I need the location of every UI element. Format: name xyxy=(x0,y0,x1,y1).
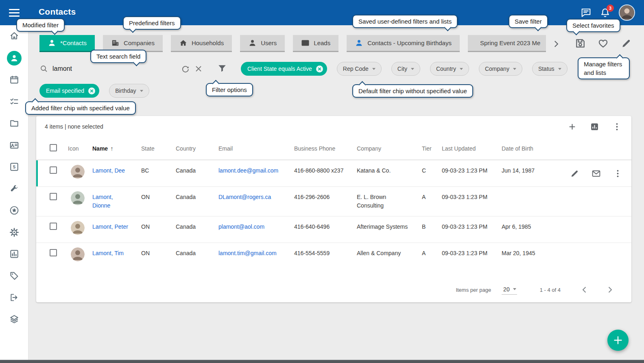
contact-email-link[interactable]: lamont.dee@gmail.com xyxy=(218,167,278,174)
tab-label: Households xyxy=(192,39,224,46)
sidebar-item-contacts-active[interactable] xyxy=(7,51,22,66)
column-header-phone[interactable]: Business Phone xyxy=(294,145,357,152)
column-header-tier[interactable]: Tier xyxy=(422,145,442,152)
previous-page-icon[interactable] xyxy=(580,285,589,294)
add-contact-fab[interactable] xyxy=(607,330,629,351)
notifications-bell-icon[interactable]: 3 xyxy=(600,7,611,18)
manage-filters-pencil-icon[interactable] xyxy=(621,38,632,49)
tab-saved-spring-event[interactable]: Spring Event 2023 Me xyxy=(468,35,546,52)
chip-label: City xyxy=(397,66,407,72)
contact-email-link[interactable]: lamont.tim@gmail.com xyxy=(218,250,277,256)
column-header-company[interactable]: Company xyxy=(357,145,422,152)
contact-avatar xyxy=(71,165,85,179)
chip-country[interactable]: Country xyxy=(430,62,469,76)
callout-saved-filters: Saved user-defined filters and lists xyxy=(352,15,458,28)
cell-country: Canada xyxy=(176,166,218,175)
contact-email-link[interactable]: DLamont@rogers.ca xyxy=(218,194,271,200)
edit-pencil-icon[interactable] xyxy=(570,169,579,178)
column-header-icon[interactable]: Icon xyxy=(68,145,92,152)
menu-icon[interactable] xyxy=(9,9,20,17)
table-row[interactable]: Lamont, Dionne ON Canada DLamont@rogers.… xyxy=(36,186,631,216)
sidebar-item-home[interactable] xyxy=(9,31,19,41)
search-input[interactable] xyxy=(52,65,177,72)
search-icon xyxy=(39,64,48,73)
chip-city[interactable]: City xyxy=(391,62,420,76)
person-icon xyxy=(355,39,363,47)
contact-name-link[interactable]: Lamont, Dionne xyxy=(92,194,113,209)
user-avatar[interactable] xyxy=(619,4,635,21)
clear-search-icon[interactable] xyxy=(194,64,203,73)
cell-company: E. L. Brown Consulting xyxy=(357,193,422,210)
sidebar-item-tags[interactable] xyxy=(9,271,19,281)
buildings-icon xyxy=(111,39,120,47)
tab-saved-upcoming-birthdays[interactable]: Contacts - Upcoming Birthdays xyxy=(347,35,460,52)
sidebar-item-tools[interactable] xyxy=(9,184,19,194)
chip-email-specified[interactable]: Email specified xyxy=(39,84,99,98)
add-column-icon[interactable] xyxy=(568,122,577,131)
tab-scroll-right-icon[interactable] xyxy=(551,39,561,49)
column-header-email[interactable]: Email xyxy=(218,145,294,152)
column-header-dob[interactable]: Date of Birth xyxy=(502,145,554,152)
sidebar-item-files[interactable] xyxy=(9,118,19,128)
sidebar-item-reports[interactable] xyxy=(9,249,19,259)
column-header-state[interactable]: State xyxy=(141,145,176,152)
row-checkbox[interactable] xyxy=(50,249,57,256)
sidebar-item-calendar[interactable] xyxy=(9,75,19,85)
table-toolbar: 4 items | none selected xyxy=(36,116,631,137)
chip-company[interactable]: Company xyxy=(479,62,522,76)
tab-users[interactable]: Users xyxy=(240,35,285,52)
chip-status[interactable]: Status xyxy=(532,62,568,76)
tab-leads[interactable]: Leads xyxy=(293,35,338,52)
row-checkbox[interactable] xyxy=(50,193,57,200)
items-per-page-select[interactable]: 20 xyxy=(502,285,517,295)
chevron-down-icon xyxy=(460,68,463,70)
column-header-updated[interactable]: Last Updated xyxy=(442,145,502,152)
email-envelope-icon[interactable] xyxy=(592,169,601,178)
table-row[interactable]: Lamont, Dee BC Canada lamont.dee@gmail.c… xyxy=(36,160,631,186)
sidebar-item-settings[interactable] xyxy=(9,227,19,237)
row-checkbox[interactable] xyxy=(50,223,57,230)
person-icon xyxy=(248,39,257,47)
filter-options-icon[interactable] xyxy=(217,63,227,73)
sidebar-item-opportunities[interactable]: 5 xyxy=(9,162,19,172)
sidebar-item-export[interactable] xyxy=(9,293,19,302)
person-icon xyxy=(48,39,56,47)
sidebar-item-layers[interactable] xyxy=(9,314,19,324)
views-chart-icon[interactable] xyxy=(590,122,599,131)
column-header-name[interactable]: Name ↑ xyxy=(92,145,141,152)
chip-label: Birthday xyxy=(115,87,136,94)
contact-email-link[interactable]: plamont@aol.com xyxy=(218,223,264,230)
contact-avatar xyxy=(71,191,85,205)
chip-rep-code[interactable]: Rep Code xyxy=(337,62,382,76)
save-filter-icon[interactable] xyxy=(575,38,586,49)
refresh-icon[interactable] xyxy=(181,64,190,73)
chip-birthday[interactable]: Birthday xyxy=(109,84,149,98)
tab-households[interactable]: Households xyxy=(171,35,232,52)
sidebar-item-address-book[interactable] xyxy=(9,140,19,150)
tab-contacts[interactable]: *Contacts xyxy=(39,35,95,52)
chip-client-state[interactable]: Client State equals Active xyxy=(241,62,327,76)
next-page-icon[interactable] xyxy=(605,285,614,294)
cell-company: Afterimage Systems xyxy=(357,223,422,231)
contact-name-link[interactable]: Lamont, Tim xyxy=(92,250,124,256)
contact-name-link[interactable]: Lamont, Dee xyxy=(92,167,125,174)
remove-chip-icon[interactable] xyxy=(316,65,323,73)
remove-chip-icon[interactable] xyxy=(88,87,96,95)
row-more-icon[interactable] xyxy=(613,169,622,178)
expand-columns-icon[interactable] xyxy=(613,144,622,153)
favorites-heart-icon[interactable] xyxy=(598,38,609,49)
row-checkbox[interactable] xyxy=(50,166,57,174)
chip-label: Country xyxy=(436,66,456,72)
chip-label: Rep Code xyxy=(343,66,369,72)
table-row[interactable]: Lamont, Peter ON Canada plamont@aol.com … xyxy=(36,216,631,243)
sidebar-item-hotlist[interactable] xyxy=(9,97,19,107)
contact-name-link[interactable]: Lamont, Peter xyxy=(92,223,128,230)
sidebar-item-favorites[interactable] xyxy=(9,206,19,215)
column-header-country[interactable]: Country xyxy=(176,145,218,152)
table-row[interactable]: Lamont, Tim ON Canada lamont.tim@gmail.c… xyxy=(36,243,631,269)
selection-summary: 4 items | none selected xyxy=(45,123,103,130)
more-options-icon[interactable] xyxy=(612,122,622,131)
cell-state: BC xyxy=(141,166,176,175)
chat-icon[interactable] xyxy=(581,7,592,18)
select-all-checkbox[interactable] xyxy=(50,144,57,151)
